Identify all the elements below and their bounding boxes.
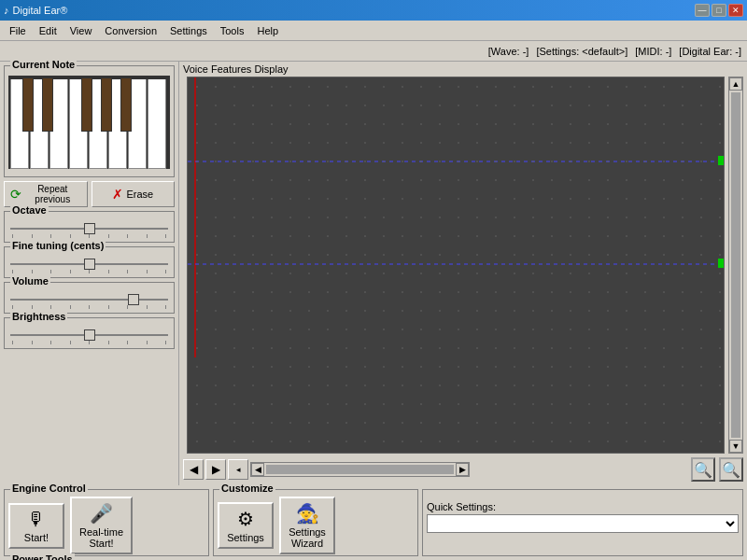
engine-control-section: Engine Control 🎙 Start! 🎤 Real-timeStart… — [4, 489, 209, 556]
svg-rect-5 — [718, 156, 724, 165]
piano-black-key[interactable] — [81, 77, 92, 132]
voice-display-label: Voice Features Display — [179, 62, 747, 77]
piano-black-key[interactable] — [22, 77, 34, 132]
scroll-thumb-vertical[interactable] — [731, 92, 740, 438]
brightness-group: Brightness — [4, 317, 175, 349]
title-bar-controls: — □ ✕ — [695, 4, 743, 17]
octave-label: Octave — [10, 204, 49, 216]
customize-title: Customize — [219, 483, 275, 494]
settings-button[interactable]: ⚙ Settings — [218, 502, 274, 549]
power-tools-title: Power Tools — [10, 553, 75, 560]
current-note-label: Current Note — [10, 59, 77, 70]
maximize-button[interactable]: □ — [712, 4, 726, 17]
voice-display-svg — [188, 77, 724, 453]
repeat-previous-button[interactable]: ⟳ Repeat previous — [4, 181, 88, 207]
volume-label: Volume — [10, 275, 50, 287]
settings-wizard-button[interactable]: 🧙 SettingsWizard — [279, 497, 335, 554]
piano-black-key[interactable] — [42, 77, 53, 132]
engine-control-title: Engine Control — [10, 483, 88, 494]
octave-group: Octave — [4, 211, 175, 243]
title-bar: ♪ Digital Ear® — □ ✕ — [0, 0, 747, 21]
minimize-button[interactable]: — — [695, 4, 710, 17]
scroll-thumb-horizontal[interactable] — [266, 465, 454, 474]
piano-black-key[interactable] — [101, 77, 112, 132]
quick-settings-dropdown[interactable] — [427, 514, 739, 533]
volume-slider-container — [8, 292, 170, 309]
bottom-area: Engine Control 🎙 Start! 🎤 Real-timeStart… — [0, 485, 747, 560]
fine-tuning-label: Fine tuning (cents) — [10, 240, 106, 251]
erase-button[interactable]: ✗ Erase — [92, 181, 176, 207]
quick-settings-section: Quick Settings: — [422, 489, 743, 556]
scroll-up-button[interactable]: ▲ — [729, 77, 742, 91]
realtime-start-button[interactable]: 🎤 Real-timeStart! — [70, 497, 133, 554]
voice-display — [187, 77, 725, 454]
repeat-icon: ⟳ — [10, 187, 21, 202]
quick-settings-label: Quick Settings: — [427, 501, 739, 512]
window-title: Digital Ear® — [13, 5, 68, 16]
nav-left-button[interactable]: ◀ — [183, 459, 204, 480]
menu-file[interactable]: File — [4, 23, 32, 38]
right-panel: Voice Features Display — [179, 62, 747, 485]
start-button[interactable]: 🎙 Start! — [8, 503, 64, 549]
nav-row: ◀ ▶ ◂ ◀ ▶ 🔍 🔍 — [179, 454, 747, 485]
settings-icon: ⚙ — [237, 508, 254, 530]
scroll-right-button[interactable]: ▶ — [456, 463, 469, 476]
piano-white-key[interactable] — [148, 79, 166, 169]
title-bar-left: ♪ Digital Ear® — [4, 5, 67, 16]
status-bar: [Wave: -] [Settings: <default>] [MIDI: -… — [0, 41, 747, 62]
fine-tuning-slider-container — [8, 257, 170, 273]
menu-help[interactable]: Help — [251, 23, 284, 38]
menu-view[interactable]: View — [64, 23, 98, 38]
menu-edit[interactable]: Edit — [34, 23, 63, 38]
left-panel: Current Note ⟳ — [0, 62, 179, 485]
digitalear-status: [Digital Ear: -] — [679, 46, 741, 57]
settings-status: [Settings: <default>] — [536, 46, 627, 57]
close-button[interactable]: ✕ — [728, 4, 743, 17]
wave-status: [Wave: -] — [488, 46, 529, 57]
piano-black-key[interactable] — [120, 77, 132, 132]
svg-rect-4 — [188, 77, 724, 453]
brightness-slider-container — [8, 328, 170, 344]
horizontal-scrollbar[interactable]: ◀ ▶ — [250, 462, 470, 477]
menu-bar: File Edit View Conversion Settings Tools… — [0, 21, 747, 41]
nav-small-left-button[interactable]: ◂ — [228, 459, 248, 480]
engine-customize-row: Engine Control 🎙 Start! 🎤 Real-timeStart… — [0, 485, 747, 560]
zoom-out-button[interactable]: 🔍 — [719, 457, 743, 482]
nav-right-button[interactable]: ▶ — [205, 459, 226, 480]
current-note-group: Current Note — [4, 65, 175, 177]
volume-group: Volume — [4, 282, 175, 314]
zoom-in-button[interactable]: 🔍 — [691, 457, 715, 482]
brightness-label: Brightness — [10, 311, 67, 322]
start-icon: 🎙 — [27, 509, 46, 530]
wizard-icon: 🧙 — [296, 502, 319, 525]
piano-keyboard — [8, 76, 170, 169]
realtime-icon: 🎤 — [90, 502, 113, 525]
menu-tools[interactable]: Tools — [215, 23, 250, 38]
customize-section: Customize ⚙ Settings 🧙 SettingsWizard — [213, 489, 418, 556]
midi-status: [MIDI: -] — [635, 46, 671, 57]
menu-settings[interactable]: Settings — [164, 23, 213, 38]
scroll-left-button[interactable]: ◀ — [251, 463, 264, 476]
repeat-erase-row: ⟳ Repeat previous ✗ Erase — [4, 181, 175, 207]
main-area: Current Note ⟳ — [0, 62, 747, 485]
app-icon: ♪ — [4, 5, 9, 16]
erase-icon: ✗ — [112, 187, 123, 202]
fine-tuning-group: Fine tuning (cents) — [4, 246, 175, 278]
vertical-scrollbar[interactable]: ▲ ▼ — [728, 77, 743, 454]
menu-conversion[interactable]: Conversion — [99, 23, 162, 38]
scroll-down-button[interactable]: ▼ — [729, 440, 742, 453]
svg-rect-6 — [718, 259, 724, 268]
octave-slider-container — [8, 221, 170, 238]
